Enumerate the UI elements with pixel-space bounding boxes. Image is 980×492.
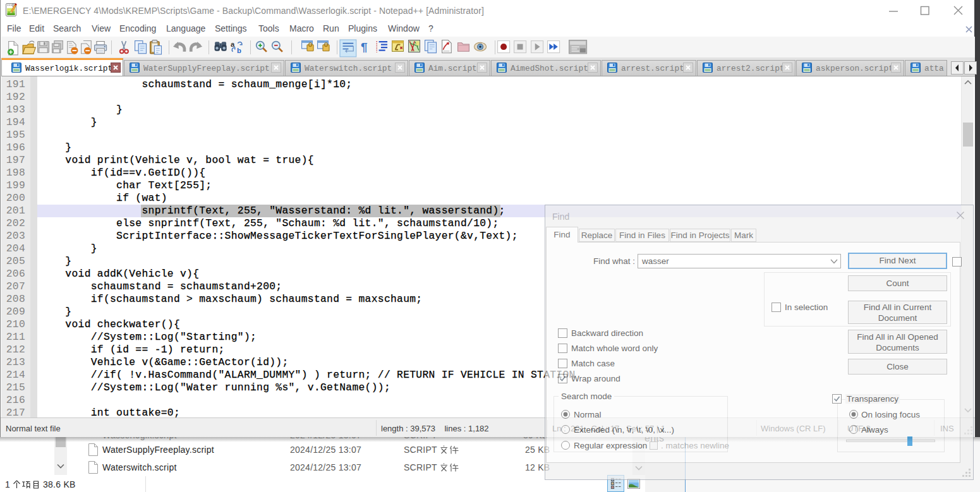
svg-text:b: b xyxy=(237,47,241,54)
svg-text:¶: ¶ xyxy=(361,40,368,54)
svg-text:a: a xyxy=(231,40,235,48)
